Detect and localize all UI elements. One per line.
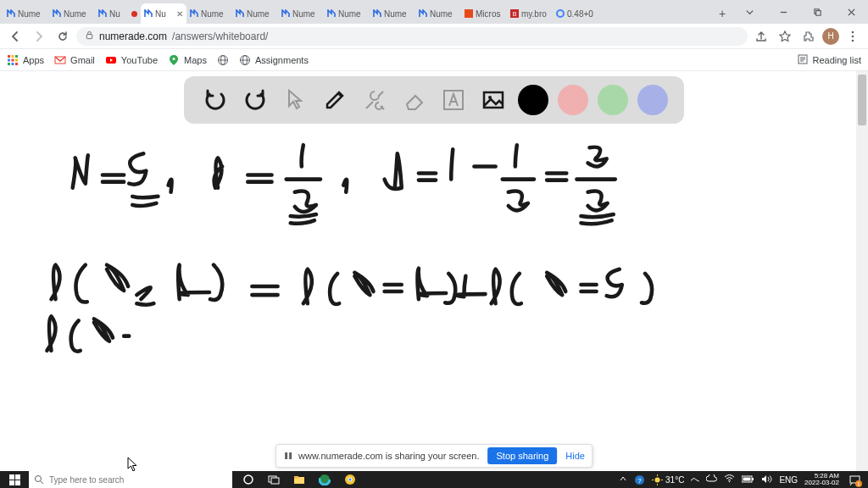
back-button[interactable] (5, 26, 25, 47)
chrome-icon[interactable] (339, 471, 361, 488)
browser-tab-7[interactable]: Nume (324, 3, 370, 24)
edge-icon[interactable] (314, 471, 336, 488)
numerade-favicon (144, 9, 153, 18)
tray-lang-indicator[interactable]: へ (691, 474, 699, 485)
forward-button[interactable] (29, 26, 49, 47)
taskview-icon[interactable] (263, 471, 285, 488)
taskbar-clock[interactable]: 5:28 AM 2022-03-02 (804, 473, 839, 486)
start-button[interactable] (0, 471, 29, 488)
browser-tab-1[interactable]: Nume (49, 3, 95, 24)
text-tool[interactable] (438, 85, 469, 115)
notifications-icon[interactable]: 1 (846, 471, 863, 488)
share-page-icon[interactable] (751, 26, 771, 47)
cortana-icon[interactable] (237, 471, 259, 488)
tab-label: Nume (384, 9, 412, 19)
battery-icon[interactable] (742, 475, 754, 485)
pointer-tool[interactable] (280, 85, 310, 115)
reading-list-icon (797, 53, 809, 67)
profile-avatar[interactable]: H (822, 28, 839, 45)
undo-button[interactable] (200, 85, 231, 115)
numerade-favicon (327, 9, 336, 18)
apps-label: Apps (23, 55, 44, 65)
language-label[interactable]: ENG (779, 475, 798, 485)
address-bar: numerade.com/answers/whiteboard/ H (0, 24, 868, 49)
window-maximize-icon[interactable] (800, 0, 834, 24)
bookmark-star-icon[interactable] (775, 26, 795, 47)
search-placeholder: Type here to search (49, 475, 124, 485)
maps-bookmark[interactable]: Maps (168, 54, 207, 66)
stop-sharing-button[interactable]: Stop sharing (487, 447, 557, 464)
globe-bookmark-1[interactable] (217, 54, 229, 66)
color-red[interactable] (558, 85, 588, 115)
redo-button[interactable] (240, 85, 270, 115)
kebab-menu-icon[interactable] (843, 26, 863, 47)
svg-point-3 (557, 10, 564, 17)
svg-point-76 (655, 477, 660, 482)
browser-tab-10[interactable]: Micros (461, 3, 507, 24)
tray-chevron-icon[interactable] (619, 474, 627, 485)
color-green[interactable] (598, 85, 628, 115)
gmail-bookmark[interactable]: Gmail (54, 54, 95, 66)
gmail-label: Gmail (70, 55, 95, 65)
tab-close-icon[interactable]: ✕ (176, 9, 183, 19)
help-icon[interactable]: ? (634, 474, 645, 485)
cloud-sync-icon[interactable] (706, 474, 717, 485)
svg-point-81 (729, 481, 731, 483)
svg-point-24 (173, 58, 175, 60)
browser-tab-0[interactable]: Nume (3, 3, 49, 24)
browser-tab-12[interactable]: 0.48+0 (553, 3, 598, 24)
svg-rect-13 (8, 55, 10, 58)
new-tab-button[interactable]: + (712, 3, 732, 24)
svg-rect-15 (15, 55, 18, 58)
browser-tab-5[interactable]: Nume (232, 3, 278, 24)
reload-button[interactable] (53, 26, 73, 47)
apps-bookmark[interactable]: Apps (7, 54, 44, 66)
extensions-icon[interactable] (798, 26, 819, 47)
pen-tool[interactable] (320, 85, 350, 115)
globe-icon (239, 54, 251, 66)
browser-tab-6[interactable]: Nume (278, 3, 324, 24)
wifi-icon[interactable] (724, 474, 735, 485)
windows-taskbar: Type here to search ? 31°C へ ENG 5:28 AM… (0, 471, 868, 488)
browser-tab-11[interactable]: Bmy.bro (507, 3, 553, 24)
url-domain: numerade.com (99, 30, 167, 42)
screen-share-bar: www.numerade.com is sharing your screen.… (275, 444, 593, 468)
explorer-icon[interactable] (288, 471, 310, 488)
weather-widget[interactable]: 31°C (652, 474, 684, 485)
window-minimize-icon[interactable] (766, 0, 800, 24)
browser-tab-9[interactable]: Nume (415, 3, 461, 24)
volume-icon[interactable] (761, 474, 772, 485)
whiteboard-canvas[interactable] (0, 132, 854, 441)
svg-text:B: B (513, 11, 517, 17)
window-chevron-icon[interactable] (732, 0, 766, 24)
svg-rect-58 (9, 474, 14, 480)
youtube-bookmark[interactable]: YouTube (105, 54, 158, 66)
window-close-icon[interactable] (834, 0, 868, 24)
system-tray: ? 31°C へ ENG 5:28 AM 2022-03-02 1 (614, 471, 868, 488)
lock-icon (85, 30, 94, 42)
svg-point-73 (349, 479, 352, 481)
taskbar-search[interactable]: Type here to search (29, 471, 232, 488)
tab-label: Nume (338, 9, 366, 19)
vertical-scrollbar[interactable] (856, 71, 868, 471)
eraser-tool[interactable] (399, 85, 430, 115)
browser-tab-3[interactable]: Nu✕ (141, 3, 186, 24)
browser-tab-8[interactable]: Nume (370, 3, 415, 24)
notification-badge: 1 (855, 480, 862, 487)
browser-tab-2[interactable]: Nu (95, 3, 141, 24)
sun-icon (652, 474, 663, 485)
url-input[interactable]: numerade.com/answers/whiteboard/ (76, 27, 748, 46)
tools-icon[interactable] (359, 85, 390, 115)
reading-list-label: Reading list (813, 55, 861, 65)
color-black[interactable] (518, 85, 548, 115)
tab-label: 0.48+0 (567, 9, 595, 19)
color-blue[interactable] (637, 85, 668, 115)
window-controls (732, 0, 868, 24)
browser-tab-4[interactable]: Nume (186, 3, 232, 24)
assignments-bookmark[interactable]: Assignments (239, 54, 309, 66)
image-tool[interactable] (478, 85, 509, 115)
reading-list-button[interactable]: Reading list (797, 53, 861, 67)
google-favicon (556, 9, 565, 18)
hide-share-bar-button[interactable]: Hide (565, 451, 585, 461)
scroll-thumb[interactable] (858, 75, 866, 125)
